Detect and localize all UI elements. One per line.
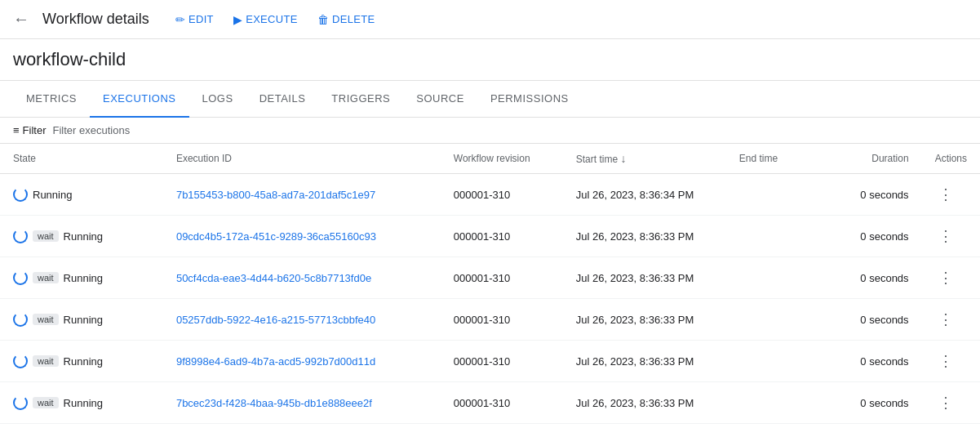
actions-cell: ⋮ (922, 174, 980, 216)
start-time-cell: Jul 26, 2023, 8:36:33 PM (563, 257, 726, 299)
execution-id-link[interactable]: 9f8998e4-6ad9-4b7a-acd5-992b7d00d11d (176, 355, 375, 368)
execution-id-cell: 7b155453-b800-45a8-ad7a-201daf5c1e97 (163, 174, 441, 216)
actions-cell: ⋮ (922, 424, 980, 438)
state-cell: waitRunning (0, 382, 163, 424)
table-header-row: State Execution ID Workflow revision Sta… (0, 144, 980, 174)
execution-id-cell: 9f8998e4-6ad9-4b7a-acd5-992b7d00d11d (163, 341, 441, 382)
tab-logs[interactable]: LOGS (189, 81, 246, 118)
tab-triggers[interactable]: TRIGGERS (318, 81, 403, 118)
table-row: Running7b155453-b800-45a8-ad7a-201daf5c1… (0, 174, 980, 216)
duration-cell: 0 seconds (824, 257, 922, 299)
execution-id-link[interactable]: 09cdc4b5-172a-451c-9289-36ca55160c93 (176, 230, 376, 243)
tab-metrics[interactable]: METRICS (13, 81, 90, 118)
state-text: Running (64, 314, 103, 326)
filter-placeholder: Filter executions (52, 124, 130, 136)
state-cell: Running (0, 174, 163, 216)
duration-cell: 0 seconds (824, 382, 922, 424)
col-header-start-time[interactable]: Start time ↓ (563, 144, 726, 174)
executions-table: State Execution ID Workflow revision Sta… (0, 144, 980, 437)
back-button[interactable]: ← (13, 10, 29, 29)
state-text: Running (64, 355, 103, 368)
execution-id-link[interactable]: 05257ddb-5922-4e16-a215-57713cbbfe40 (176, 314, 375, 326)
more-actions-button[interactable]: ⋮ (935, 265, 956, 290)
running-icon (13, 229, 28, 243)
end-time-cell (726, 382, 824, 424)
execution-id-cell: 7bcec23d-f428-4baa-945b-db1e888eee2f (163, 382, 441, 424)
execute-icon: ▶ (233, 13, 242, 26)
duration-cell: 0 seconds (824, 341, 922, 382)
actions-cell: ⋮ (922, 382, 980, 424)
wait-badge: wait (33, 397, 59, 408)
revision-cell: 000001-310 (441, 216, 563, 257)
more-actions-button[interactable]: ⋮ (935, 307, 956, 332)
revision-cell: 000001-310 (441, 257, 563, 299)
revision-cell: 000001-310 (441, 174, 563, 216)
actions-cell: ⋮ (922, 257, 980, 299)
filter-button[interactable]: ≡ Filter (13, 124, 46, 136)
col-header-revision: Workflow revision (441, 144, 563, 174)
filter-bar: ≡ Filter Filter executions (0, 118, 980, 144)
header-actions: ✏ EDIT ▶ EXECUTE 🗑 DELETE (169, 10, 382, 29)
tab-details[interactable]: DETAILS (246, 81, 319, 118)
start-time-cell: Jul 26, 2023, 8:36:33 PM (563, 341, 726, 382)
tab-permissions[interactable]: PERMISSIONS (477, 81, 582, 118)
running-icon (13, 395, 28, 410)
wait-badge: wait (33, 314, 59, 325)
execute-button[interactable]: ▶ EXECUTE (227, 10, 304, 29)
state-cell: waitRunning (0, 257, 163, 299)
end-time-cell (726, 174, 824, 216)
delete-icon: 🗑 (317, 13, 329, 26)
execution-id-link[interactable]: 7b155453-b800-45a8-ad7a-201daf5c1e97 (176, 189, 375, 201)
revision-cell: 000001-310 (441, 424, 563, 438)
col-header-state: State (0, 144, 163, 174)
start-time-cell: Jul 26, 2023, 8:36:34 PM (563, 174, 726, 216)
more-actions-button[interactable]: ⋮ (935, 349, 956, 373)
execution-id-link[interactable]: 50cf4cda-eae3-4d44-b620-5c8b7713fd0e (176, 272, 371, 284)
edit-button[interactable]: ✏ EDIT (169, 10, 220, 29)
end-time-cell (726, 424, 824, 438)
workflow-name: workflow-child (0, 39, 980, 81)
execution-id-cell: 50cf4cda-eae3-4d44-b620-5c8b7713fd0e (163, 257, 441, 299)
tab-executions[interactable]: EXECUTIONS (90, 81, 189, 118)
more-actions-button[interactable]: ⋮ (935, 182, 956, 207)
state-cell: waitRunning (0, 424, 163, 438)
start-time-cell: Jul 26, 2023, 8:36:33 PM (563, 382, 726, 424)
running-icon (13, 354, 28, 368)
more-actions-button[interactable]: ⋮ (935, 432, 956, 437)
running-icon (13, 312, 28, 327)
state-cell: waitRunning (0, 341, 163, 382)
header: ← Workflow details ✏ EDIT ▶ EXECUTE 🗑 DE… (0, 0, 980, 39)
duration-cell: 0 seconds (824, 424, 922, 438)
revision-cell: 000001-310 (441, 299, 563, 341)
col-header-duration: Duration (824, 144, 922, 174)
page-title: Workflow details (42, 11, 149, 28)
end-time-cell (726, 257, 824, 299)
execution-id-cell: 05257ddb-5922-4e16-a215-57713cbbfe40 (163, 299, 441, 341)
delete-label: DELETE (332, 13, 375, 25)
delete-button[interactable]: 🗑 DELETE (311, 10, 382, 29)
more-actions-button[interactable]: ⋮ (935, 390, 956, 415)
actions-cell: ⋮ (922, 216, 980, 257)
duration-cell: 0 seconds (824, 299, 922, 341)
end-time-cell (726, 299, 824, 341)
table-row: waitRunning09cdc4b5-172a-451c-9289-36ca5… (0, 216, 980, 257)
tab-source[interactable]: SOURCE (403, 81, 477, 118)
actions-cell: ⋮ (922, 341, 980, 382)
running-icon (13, 270, 28, 285)
more-actions-button[interactable]: ⋮ (935, 224, 956, 248)
table-row: waitRunning9f8998e4-6ad9-4b7a-acd5-992b7… (0, 341, 980, 382)
start-time-cell: Jul 26, 2023, 8:36:33 PM (563, 216, 726, 257)
table-row: waitRunning05257ddb-5922-4e16-a215-57713… (0, 299, 980, 341)
tabs-container: METRICS EXECUTIONS LOGS DETAILS TRIGGERS… (0, 81, 980, 118)
execution-id-cell: 09cdc4b5-172a-451c-9289-36ca55160c93 (163, 216, 441, 257)
end-time-cell (726, 341, 824, 382)
state-text: Running (64, 230, 103, 243)
duration-cell: 0 seconds (824, 174, 922, 216)
state-text: Running (64, 272, 103, 284)
execution-id-cell: ef7732f5-8b63-454a-a25c-4c3ade479ea4 (163, 424, 441, 438)
state-cell: waitRunning (0, 299, 163, 341)
revision-cell: 000001-310 (441, 382, 563, 424)
wait-badge: wait (33, 272, 59, 283)
execution-id-link[interactable]: 7bcec23d-f428-4baa-945b-db1e888eee2f (176, 397, 372, 409)
revision-cell: 000001-310 (441, 341, 563, 382)
